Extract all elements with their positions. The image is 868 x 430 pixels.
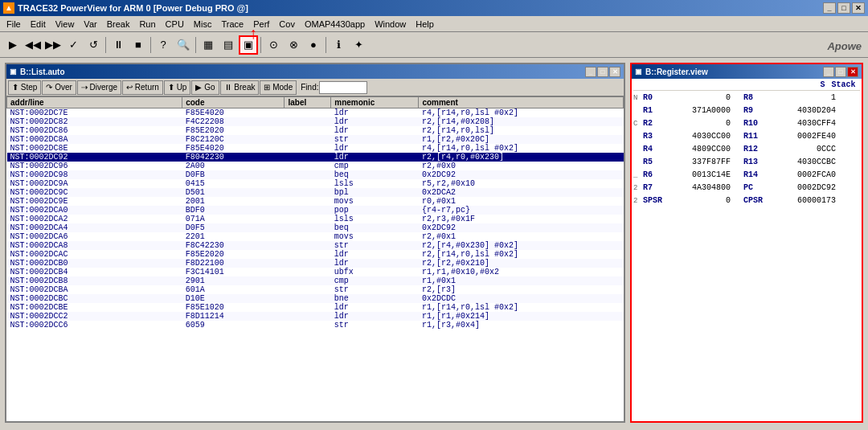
- table-row[interactable]: NST:0002DCB8 2901 cmp r1,#0x1: [7, 276, 624, 285]
- sep1: [105, 37, 106, 53]
- tb-grid[interactable]: ▤: [219, 35, 238, 55]
- col-code: code: [182, 97, 285, 109]
- btn-up[interactable]: ⬆ Up: [164, 80, 191, 95]
- reg-maximize[interactable]: □: [835, 67, 846, 77]
- menu-break[interactable]: Break: [102, 18, 135, 31]
- menu-edit[interactable]: Edit: [26, 18, 51, 31]
- table-row[interactable]: NST:0002DCC6 6059 str r1,[r3,#0x4]: [7, 321, 624, 330]
- table-row[interactable]: NST:0002DCBE F85E1020 ldr r1,[r14,r0,lsl…: [7, 303, 624, 312]
- sep4: [260, 37, 261, 53]
- minimize-button[interactable]: _: [823, 2, 836, 14]
- reg-win-controls: _ □ ✕: [823, 67, 858, 77]
- list-close[interactable]: ✕: [609, 67, 620, 77]
- table-row[interactable]: NST:0002DCBA 601A str r2,[r3]: [7, 285, 624, 294]
- list-minimize[interactable]: _: [585, 67, 596, 77]
- close-button[interactable]: ✕: [852, 2, 865, 14]
- tb-bp2[interactable]: ⊗: [284, 35, 303, 55]
- find-label: Find:: [301, 83, 318, 92]
- tb-check[interactable]: ✓: [63, 35, 83, 55]
- menu-help[interactable]: Help: [411, 18, 439, 31]
- menu-misc[interactable]: Misc: [189, 18, 217, 31]
- table-row[interactable]: NST:0002DC96 2A00 cmp r2,#0x0: [7, 162, 624, 170]
- table-row[interactable]: NST:0002DC7E F85E4020 ldr r4,[r14,r0,lsl…: [7, 109, 624, 118]
- apowersoft-logo: Apowe: [827, 40, 862, 52]
- reg-minimize[interactable]: _: [823, 67, 834, 77]
- reg-row: R4 4809CC00 R12 0CCC: [633, 143, 860, 156]
- menu-trace[interactable]: Trace: [216, 18, 248, 31]
- title-bar: ▲ TRACE32 PowerView for ARM 0 [Power Deb…: [0, 0, 868, 16]
- btn-over[interactable]: ↷ Over: [42, 80, 76, 95]
- menu-var[interactable]: Var: [79, 18, 101, 31]
- list-window-title: B::List.auto: [20, 68, 65, 76]
- tb-bp3[interactable]: ●: [304, 35, 323, 55]
- maximize-button[interactable]: □: [837, 2, 850, 14]
- list-window-titlebar[interactable]: ▣ B::List.auto _ □ ✕: [6, 64, 624, 79]
- table-row[interactable]: NST:0002DCA8 F8C42230 str r2,[r4,#0x230]…: [7, 241, 624, 250]
- table-row[interactable]: NST:0002DCB0 F8D22100 ldr r2,[r2,#0x210]: [7, 259, 624, 268]
- btn-break[interactable]: ⏸ Break: [220, 80, 260, 95]
- list-win-controls: _ □ ✕: [585, 67, 620, 77]
- table-row[interactable]: NST:0002DC98 D0FB beq 0x2DC92: [7, 170, 624, 179]
- reg-row: N R0 0 R8 1: [633, 92, 860, 104]
- tb-info[interactable]: ℹ: [329, 35, 348, 55]
- table-row[interactable]: NST:0002DC9A 0415 lsls r5,r2,#0x10: [7, 179, 624, 188]
- sep3: [195, 37, 196, 53]
- col-addr: addr/line: [7, 97, 182, 109]
- reg-row: R3 4030CC00 R11 0002FE40: [633, 130, 860, 143]
- btn-mode[interactable]: ⊞ Mode: [260, 80, 297, 95]
- tb-question[interactable]: ?: [154, 35, 173, 55]
- table-row[interactable]: NST:0002DCA0 BDF0 pop {r4-r7,pc}: [7, 206, 624, 215]
- table-row[interactable]: NST:0002DCB4 F3C14101 ubfx r1,r1,#0x10,#…: [7, 268, 624, 276]
- tb-step-back[interactable]: ◀◀: [23, 35, 43, 55]
- tb-stop[interactable]: ■: [129, 35, 148, 55]
- table-row[interactable]: NST:0002DC9E 2001 movs r0,#0x1: [7, 197, 624, 206]
- btn-return[interactable]: ↩ Return: [122, 80, 163, 95]
- menu-view[interactable]: View: [51, 18, 80, 31]
- tb-bp1[interactable]: ⊙: [264, 35, 283, 55]
- tb-reset[interactable]: ↺: [84, 35, 103, 55]
- tb-step-fwd[interactable]: ▶▶: [43, 35, 63, 55]
- app-icon: ▲: [3, 2, 14, 14]
- btn-diverge[interactable]: ⇢ Diverge: [77, 80, 121, 95]
- table-row[interactable]: NST:0002DC86 F85E2020 ldr r2,[r14,r0,lsl…: [7, 126, 624, 135]
- find-input[interactable]: [319, 81, 367, 94]
- col-comment: comment: [419, 97, 624, 109]
- title-controls: _ □ ✕: [823, 2, 865, 14]
- table-row[interactable]: NST:0002DCA4 D0F5 beq 0x2DC92: [7, 223, 624, 232]
- table-row[interactable]: NST:0002DCBC D10E bne 0x2DCDC: [7, 294, 624, 303]
- menu-omap[interactable]: OMAP4430app: [300, 18, 370, 31]
- table-row[interactable]: NST:0002DC9C D501 bpl 0x2DCA2: [7, 188, 624, 197]
- list-window-icon: ▣: [10, 68, 17, 76]
- btn-step[interactable]: ⬆ Step: [8, 80, 41, 95]
- reg-window: ▣ B::Register.view _ □ ✕ S Stack N R0 0: [630, 63, 863, 423]
- table-row[interactable]: NST:0002DC82 F4C22208 ldr r2,[r14,#0x208…: [7, 117, 624, 126]
- main-area: ▣ B::List.auto _ □ ✕ ⬆ Step ↷ Over ⇢ Div…: [0, 58, 868, 428]
- reg-icon-small: ▣: [635, 68, 642, 76]
- table-row[interactable]: NST:0002DCAC F85E2020 ldr r2,[r14,r0,lsl…: [7, 250, 624, 259]
- list-maximize[interactable]: □: [597, 67, 608, 77]
- btn-go[interactable]: ▶ Go: [191, 80, 219, 95]
- tb-pause[interactable]: ⏸: [108, 35, 128, 55]
- tb-run[interactable]: ▶: [3, 35, 23, 55]
- list-toolbar: ⬆ Step ↷ Over ⇢ Diverge ↩ Return ⬆ Up ▶ …: [6, 79, 624, 96]
- tb-mem[interactable]: ▦: [199, 35, 218, 55]
- code-table: addr/line code label mnemonic comment NS…: [6, 96, 624, 330]
- reg-close[interactable]: ✕: [847, 67, 858, 77]
- menu-run[interactable]: Run: [134, 18, 160, 31]
- table-row[interactable]: NST:0002DCA2 071A lsls r2,r3,#0x1F: [7, 215, 624, 223]
- table-row[interactable]: NST:0002DC8A F8C2120C str r1,[r2,#0x20C]: [7, 135, 624, 144]
- reg-row: 2 SPSR 0 CPSR 60000173: [633, 195, 860, 207]
- menu-cov[interactable]: Cov: [274, 18, 300, 31]
- sep2: [150, 37, 151, 53]
- table-row[interactable]: NST:0002DC92 F8042230 ldr r2,[r4,r0,#0x2…: [7, 153, 624, 162]
- reg-titlebar[interactable]: ▣ B::Register.view _ □ ✕: [632, 64, 862, 79]
- table-row[interactable]: NST:0002DCC2 F8D11214 ldr r1,[r1,#0x214]: [7, 312, 624, 321]
- menu-file[interactable]: File: [2, 18, 26, 31]
- menu-window[interactable]: Window: [370, 18, 411, 31]
- tb-search[interactable]: 🔍: [174, 35, 193, 55]
- table-row[interactable]: NST:0002DC8E F85E4020 ldr r4,[r14,r0,lsl…: [7, 144, 624, 153]
- table-row[interactable]: NST:0002DCA6 2201 movs r2,#0x1: [7, 232, 624, 241]
- menu-cpu[interactable]: CPU: [161, 18, 189, 31]
- tb-star[interactable]: ✦: [349, 35, 368, 55]
- code-area[interactable]: addr/line code label mnemonic comment NS…: [6, 96, 624, 421]
